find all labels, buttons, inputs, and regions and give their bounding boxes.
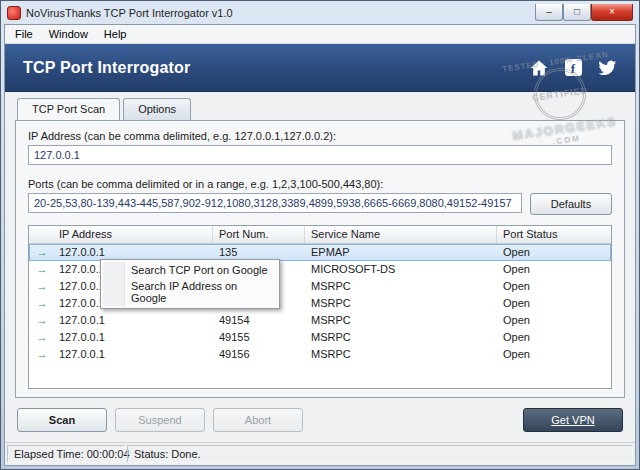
close-button[interactable]: × (591, 4, 633, 21)
ip-address-label: IP Address (can be comma delimited, e.g.… (28, 130, 336, 142)
header-service-name[interactable]: Service Name (305, 226, 497, 243)
suspend-button[interactable]: Suspend (115, 408, 205, 432)
cell-ip: 127.0.0.1 (55, 329, 213, 346)
elapsed-time: Elapsed Time: 00:00:04 (7, 445, 125, 463)
scan-button[interactable]: Scan (17, 408, 107, 432)
table-row[interactable]: → 127.0.0.1 49155 MSRPC Open (29, 329, 611, 346)
cell-status: Open (497, 312, 611, 329)
status-bar: Elapsed Time: 00:00:04 Status: Done. (5, 442, 635, 465)
arrow-icon: → (29, 244, 55, 261)
facebook-icon[interactable]: f (563, 58, 583, 78)
cell-port: 49154 (213, 312, 305, 329)
main-content: TCP Port Scan Options IP Address (can be… (5, 92, 635, 465)
maximize-button[interactable]: □ (563, 4, 591, 21)
ip-address-input[interactable] (28, 145, 612, 165)
cell-status: Open (497, 244, 611, 261)
cell-ip: 127.0.0.1 (55, 346, 213, 363)
menu-file[interactable]: File (7, 26, 41, 42)
cell-service: MSRPC (305, 278, 497, 295)
table-row[interactable]: → 127.0.0.1 49156 MSRPC Open (29, 346, 611, 363)
ports-input[interactable] (28, 193, 522, 213)
cell-service: MICROSOFT-DS (305, 261, 497, 278)
arrow-icon: → (29, 261, 55, 278)
ports-label: Ports (can be comma delimited or in a ra… (28, 178, 383, 190)
tab-strip: TCP Port Scan Options (17, 98, 194, 120)
scan-status: Status: Done. (127, 445, 633, 463)
menu-item-search-ip-address[interactable]: Search IP Address on Google (103, 278, 277, 306)
cell-port: 49156 (213, 346, 305, 363)
cell-ip: 127.0.0.1 (55, 312, 213, 329)
app-icon (7, 6, 21, 20)
cell-service: MSRPC (305, 329, 497, 346)
header-ip-address[interactable]: IP Address (29, 226, 213, 243)
tab-options[interactable]: Options (123, 98, 191, 120)
cell-port: 49155 (213, 329, 305, 346)
cell-service: MSRPC (305, 312, 497, 329)
action-bar: Scan Suspend Abort Get VPN (17, 408, 623, 432)
arrow-icon: → (29, 329, 55, 346)
menu-window[interactable]: Window (41, 26, 96, 42)
cell-status: Open (497, 278, 611, 295)
arrow-icon: → (29, 346, 55, 363)
app-window: NoVirusThanks TCP Port Interrogator v1.0… (0, 0, 640, 470)
table-row[interactable]: → 127.0.0.1 49154 MSRPC Open (29, 312, 611, 329)
cell-status: Open (497, 346, 611, 363)
abort-button[interactable]: Abort (213, 408, 303, 432)
cell-status: Open (497, 295, 611, 312)
page-title: TCP Port Interrogator (23, 59, 190, 77)
header-port-num[interactable]: Port Num. (213, 226, 305, 243)
minimize-button[interactable]: – (535, 4, 563, 21)
arrow-icon: → (29, 312, 55, 329)
menu-bar: File Window Help (5, 25, 635, 44)
defaults-button[interactable]: Defaults (530, 193, 612, 215)
get-vpn-button[interactable]: Get VPN (523, 408, 623, 432)
twitter-icon[interactable] (597, 58, 617, 78)
tab-tcp-port-scan[interactable]: TCP Port Scan (17, 98, 120, 120)
arrow-icon: → (29, 278, 55, 295)
cell-status: Open (497, 329, 611, 346)
menu-help[interactable]: Help (96, 26, 135, 42)
table-header: IP Address Port Num. Service Name Port S… (29, 226, 611, 244)
cell-status: Open (497, 261, 611, 278)
cell-service: MSRPC (305, 295, 497, 312)
arrow-icon: → (29, 295, 55, 312)
context-menu: Search TCP Port on Google Search IP Addr… (100, 259, 280, 309)
home-icon[interactable] (529, 58, 549, 78)
cell-service: EPMAP (305, 244, 497, 261)
app-header: TCP Port Interrogator f (5, 44, 635, 92)
cell-service: MSRPC (305, 346, 497, 363)
client-area: File Window Help TCP Port Interrogator f (4, 24, 636, 466)
title-bar[interactable]: NoVirusThanks TCP Port Interrogator v1.0… (1, 1, 639, 24)
menu-item-search-tcp-port[interactable]: Search TCP Port on Google (103, 262, 277, 278)
header-port-status[interactable]: Port Status (497, 226, 611, 243)
window-title: NoVirusThanks TCP Port Interrogator v1.0 (26, 7, 535, 19)
